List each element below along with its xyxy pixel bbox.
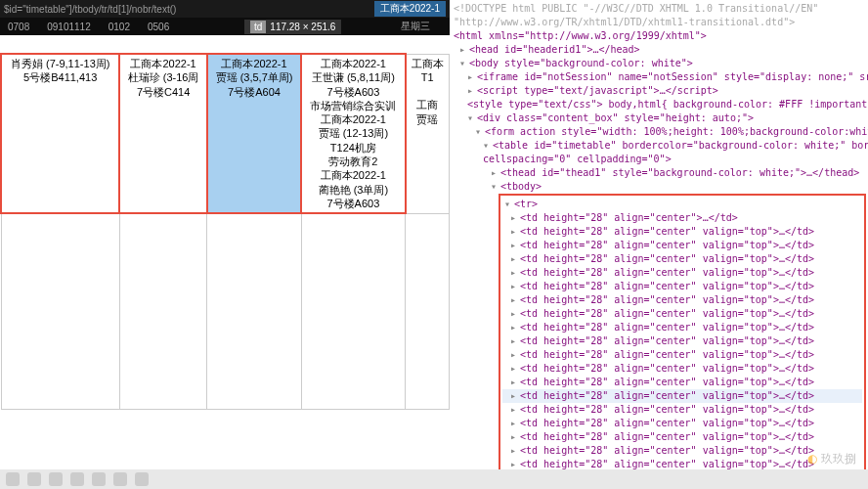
- src-line[interactable]: ▸<td height="28" align="center" valign="…: [502, 266, 862, 280]
- taskbar-icon[interactable]: [49, 472, 63, 486]
- src-line[interactable]: ▸<td height="28" align="center" valign="…: [502, 417, 862, 430]
- table-cell[interactable]: 肖秀娟 (7-9,11-13周)5号楼B411,413: [1, 54, 119, 213]
- src-line[interactable]: ▸<td height="28" align="center" valign="…: [502, 403, 862, 417]
- src-line[interactable]: ▸<td height="28" align="center" valign="…: [502, 389, 862, 403]
- src-line[interactable]: ▾<table id="timetable" bordercolor="back…: [452, 139, 866, 153]
- src-line[interactable]: ▸<td height="28" align="center" valign="…: [502, 252, 862, 266]
- src-line[interactable]: ▸<td height="28" align="center" valign="…: [502, 225, 862, 239]
- src-line[interactable]: ▸<td height="28" align="center" valign="…: [502, 239, 862, 252]
- table-cell-selected[interactable]: 工商本2022-1贾瑶 (3,5,7单周)7号楼A604: [207, 54, 301, 213]
- src-line[interactable]: ▾<body style="background-color: white">: [452, 57, 866, 70]
- elements-panel: $id="timetable"]/tbody/tr/td[1]/nobr/tex…: [0, 0, 450, 469]
- src-line[interactable]: ▸<td height="28" align="center" valign="…: [502, 348, 862, 362]
- table-cell[interactable]: 工商本T1 工商贾瑶: [406, 54, 450, 213]
- table-cell[interactable]: 工商本2022-1王世谦 (5,8,11周)7号楼A603 市场营销综合实训工商…: [301, 54, 405, 213]
- taskbar-icon[interactable]: [135, 472, 149, 486]
- taskbar[interactable]: [0, 469, 868, 489]
- src-line[interactable]: ▾<div class="content_box" style="height:…: [452, 111, 866, 125]
- taskbar-icon[interactable]: [27, 472, 41, 486]
- highlighted-tr-block: ▾<tr> ▸<td height="28" align="center">…<…: [499, 194, 866, 469]
- src-line[interactable]: ▸<td height="28" align="center" valign="…: [502, 293, 862, 307]
- taskbar-icon[interactable]: [6, 472, 20, 486]
- header-overlay: 0708 09101112 0102 0506 星期三: [0, 18, 450, 35]
- taskbar-icon[interactable]: [70, 472, 84, 486]
- src-line[interactable]: ▸<td height="28" align="center" valign="…: [502, 321, 862, 334]
- table-cell[interactable]: 工商本2022-1杜瑞珍 (3-16周7号楼C414: [119, 54, 207, 213]
- taskbar-icon[interactable]: [113, 472, 127, 486]
- highlighted-text: 工商本2022-1: [374, 1, 446, 17]
- src-line[interactable]: ▸<td height="28" align="center" valign="…: [502, 280, 862, 293]
- src-line[interactable]: ▸<td height="28" align="center" valign="…: [502, 362, 862, 376]
- top-bar: $id="timetable"]/tbody/tr/td[1]/nobr/tex…: [0, 0, 450, 18]
- src-line[interactable]: ▸<td height="28" align="center" valign="…: [502, 334, 862, 348]
- src-line[interactable]: <html xmlns="http://www.w3.org/1999/xhtm…: [452, 29, 866, 43]
- src-line[interactable]: ▸<script type="text/javascript">…</scrip…: [452, 84, 866, 98]
- src-line[interactable]: ▸<iframe id="notSession" name="notSessio…: [452, 70, 866, 84]
- taskbar-icon[interactable]: [92, 472, 106, 486]
- xpath: $id="timetable"]/tbody/tr/td[1]/nobr/tex…: [4, 4, 374, 15]
- src-line[interactable]: ▸<td height="28" align="center">…</td>: [502, 211, 862, 225]
- watermark: 玖玖捌: [807, 451, 856, 467]
- src-line[interactable]: ▸<thead id="thead1" style="background-co…: [452, 166, 866, 180]
- timetable: 肖秀娟 (7-9,11-13周)5号楼B411,413 工商本2022-1杜瑞珍…: [0, 53, 450, 410]
- src-line[interactable]: ▸<td height="28" align="center" valign="…: [502, 307, 862, 321]
- source-panel[interactable]: <!DOCTYPE html PUBLIC "-//W3C//DTD XHTML…: [450, 0, 868, 469]
- src-line[interactable]: ▾<tbody>: [452, 180, 866, 194]
- src-line[interactable]: ▾<form action style="width: 100%;height:…: [452, 125, 866, 139]
- src-line[interactable]: ▸<td height="28" align="center" valign="…: [502, 376, 862, 389]
- src-line[interactable]: ▾<tr>: [502, 198, 862, 211]
- inspector-tooltip: 117.28 × 251.6: [244, 20, 341, 34]
- src-line[interactable]: ▸<td height="28" align="center" valign="…: [502, 430, 862, 444]
- src-line[interactable]: ▸<head id="headerid1">…</head>: [452, 43, 866, 57]
- src-line[interactable]: cellspacing="0" cellpadding="0">: [452, 153, 866, 166]
- src-line[interactable]: <style type="text/css"> body,html{ backg…: [452, 98, 866, 111]
